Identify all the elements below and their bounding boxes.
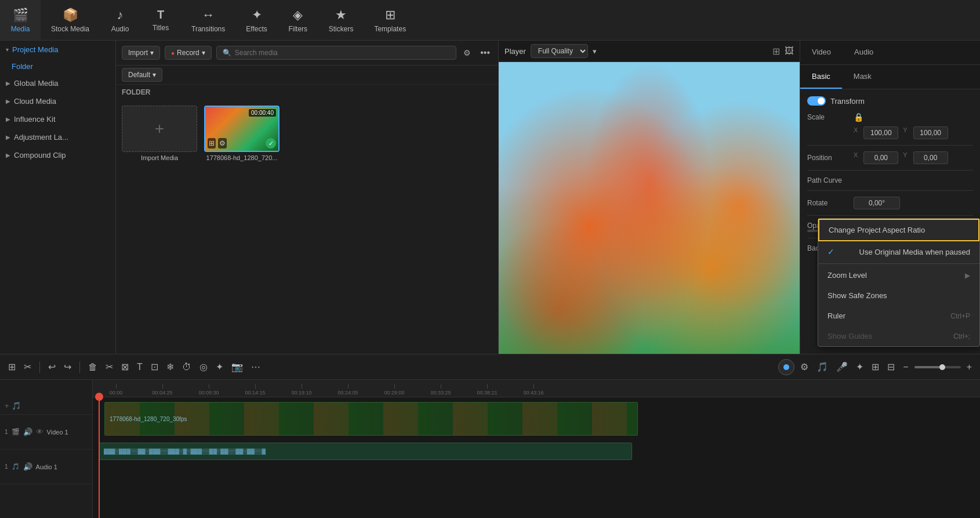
toolbar-stock-media[interactable]: 📦 Stock Media [41,0,100,40]
menu-item-zoom-level[interactable]: Zoom Level ▶ [818,265,979,285]
sidebar-item-compound-clip[interactable]: ▶ Compound Clip [0,146,115,164]
text-tool-button[interactable]: T [135,360,145,375]
toolbar-audio[interactable]: ♪ Audio [100,0,140,40]
default-sort-button[interactable]: Default ▾ [122,68,162,82]
video-clip-thumb-box[interactable]: 00:00:40 ⊞ ⚙ ✓ [204,106,280,152]
video-visibility-button[interactable]: 👁 [36,428,43,436]
zoom-in-button[interactable]: + [964,360,974,375]
transform-label: Transform [830,97,865,106]
tab-basic[interactable]: Basic [800,65,842,89]
ruler-mark: 00:09:30 [186,384,232,396]
zoom-fill [914,366,942,368]
audio-clip[interactable]: ▓▓▓▒▓▓▓▒▒▓▓▒▓▓▓▒▒▓▓▓▒▓▒▓▓▓▒▒▓▓▒▓▓▒▒▓▓▒▓▓… [99,443,632,460]
record-button[interactable]: ● Record ▾ [165,46,212,60]
audio-track-button[interactable]: 🎵 [814,359,830,375]
more-tools-button[interactable]: ⋯ [249,359,263,375]
position-x-input[interactable]: 0,00 [863,151,898,164]
video-icon: 🎬 [12,428,20,436]
image-view-button[interactable]: 🖼 [785,46,794,57]
audio-volume-button[interactable]: 🔊 [23,462,32,471]
grid-view-button[interactable]: ⊞ [772,46,780,57]
sidebar-item-project-media[interactable]: ▾ Project Media [0,41,115,59]
sidebar-item-global-media[interactable]: ▶ Global Media [0,74,115,92]
speed-button[interactable]: ⏱ [180,360,194,375]
position-y-input[interactable]: 0,00 [913,151,948,164]
undo-button[interactable]: ↩ [46,359,58,375]
video-clip[interactable]: 1778068-hd_1280_720_30fps [104,402,638,436]
import-thumb-box[interactable]: + [122,106,197,152]
add-audio-track-button[interactable]: 🎵 [12,401,21,410]
sidebar-item-influence-kit[interactable]: ▶ Influence Kit [0,110,115,128]
audio-track-label: 1 🎵 🔊 Audio 1 [0,450,92,484]
ruler-mark: 00:24:05 [325,384,371,396]
lock-icon[interactable]: 🔒 [854,113,863,122]
tab-video[interactable]: Video [800,41,843,64]
menu-item-change-aspect-ratio[interactable]: Change Project Aspect Ratio [818,219,979,241]
toolbar-templates[interactable]: ⊞ Templates [364,0,416,40]
effects-track-button[interactable]: ✦ [854,359,866,375]
transform-header: Transform [807,96,973,106]
redo-button[interactable]: ↪ [61,359,74,375]
tracks-sidebar: + 🎵 1 🎬 🔊 👁 Video 1 1 🎵 🔊 Audio 1 [0,380,93,518]
zoom-slider[interactable] [914,366,961,368]
quality-select[interactable]: Full Quality 1/2 Quality 1/4 Quality [531,44,588,58]
add-video-track-button[interactable]: + [5,401,9,410]
pip-button[interactable]: ⊞ [869,359,881,375]
settings-button[interactable]: ⚙ [798,359,811,375]
more-options-button[interactable]: ••• [478,45,492,60]
search-input[interactable] [235,49,450,57]
rotate-input[interactable]: 0,00° [854,197,900,209]
audio-icon: ♪ [117,8,124,23]
toolbar-transitions[interactable]: ↔ Transitions [181,0,235,40]
chevron-down-icon: ▾ [150,49,154,57]
menu-item-show-guides: Show Guides Ctrl+; [818,326,979,346]
record-indicator[interactable] [778,359,794,375]
sidebar-item-cloud-media[interactable]: ▶ Cloud Media [0,92,115,110]
video-track-label: 1 🎬 🔊 👁 Video 1 [0,415,92,450]
screenshot-button[interactable]: 📷 [229,359,245,375]
tab-audio[interactable]: Audio [843,41,885,64]
stickers-icon: ★ [335,8,347,23]
templates-label: Templates [374,25,406,33]
timeline-ruler: 00:00 00:04:25 00:09:30 00:14:15 00:19:1… [93,380,980,397]
clip-duration: 00:00:40 [249,109,276,117]
sidebar-item-adjustment-layer[interactable]: ▶ Adjustment La... [0,128,115,146]
playhead[interactable] [99,397,100,518]
video-volume-button[interactable]: 🔊 [23,428,32,436]
media-label: Media [11,25,30,33]
audio-icon: 🎵 [12,463,20,470]
toolbar-media[interactable]: 🎬 Media [0,0,41,40]
toolbar-titles[interactable]: T Titles [140,0,181,40]
scale-y-input[interactable]: 100,00 [913,126,948,139]
trim-button[interactable]: ⊠ [119,359,131,375]
titles-icon: T [157,8,164,21]
menu-item-use-original-media[interactable]: ✓ Use Original Media when paused [818,241,979,262]
divider [807,190,973,191]
filter-icon[interactable]: ⚙ [461,46,473,60]
tab-mask[interactable]: Mask [842,65,883,89]
chevron-down-icon: ▾ [593,47,597,56]
cut-button[interactable]: ✂ [103,359,115,375]
crop-button[interactable]: ⊡ [148,359,161,375]
color-button[interactable]: ◎ [197,359,210,375]
menu-item-show-safe-zones[interactable]: Show Safe Zones [818,285,979,306]
toolbar-stickers[interactable]: ★ Stickers [318,0,364,40]
transform-toggle[interactable] [807,96,826,106]
add-track-button[interactable]: ⊞ [6,359,18,375]
freeze-button[interactable]: ❄ [164,359,176,375]
delete-button[interactable]: 🗑 [86,360,100,375]
ai-button[interactable]: ✦ [213,359,226,375]
toolbar-effects[interactable]: ✦ Effects [235,0,277,40]
menu-item-ruler[interactable]: Ruler Ctrl+P [818,306,979,326]
import-media-thumb[interactable]: + Import Media [122,106,197,161]
microphone-button[interactable]: 🎤 [834,359,850,375]
split-screen-button[interactable]: ⊟ [885,359,897,375]
zoom-out-button[interactable]: − [901,360,910,375]
scale-x-input[interactable]: 100,00 [863,126,898,139]
toolbar-filters[interactable]: ◈ Filters [278,0,318,40]
shortcut-label: Ctrl+; [953,332,970,340]
crop-tool-button[interactable]: ✂ [21,359,34,375]
video-clip-thumb[interactable]: 00:00:40 ⊞ ⚙ ✓ 1778068-hd_1280_720... [204,106,280,161]
import-button[interactable]: Import ▾ [122,46,160,60]
sidebar-item-folder[interactable]: Folder [0,59,115,74]
